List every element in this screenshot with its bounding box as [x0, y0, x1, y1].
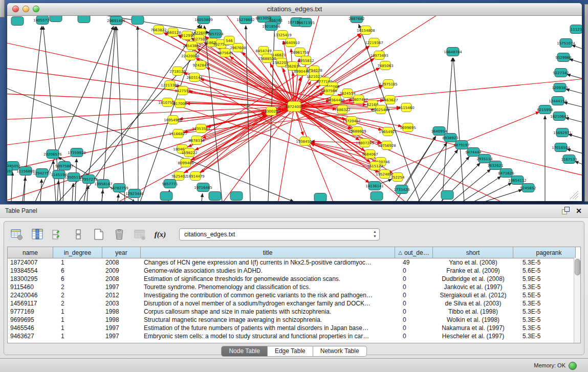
table-cell[interactable]: 9777169 — [8, 308, 53, 315]
table-row[interactable]: 911546021997Tourette syndrome. Phenomeno… — [8, 283, 580, 291]
table-cell[interactable]: 5.5E-5 — [513, 292, 576, 299]
column-checks-icon[interactable] — [51, 228, 64, 241]
table-settings-icon[interactable] — [10, 228, 24, 241]
table-row[interactable]: 946362711997Embryonic stem cells: a mode… — [8, 332, 580, 340]
table-cell[interactable]: 0 — [395, 300, 433, 307]
table-cell[interactable]: Genome-wide association studies in ADHD. — [141, 267, 395, 274]
table-cell[interactable]: 2003 — [102, 300, 141, 307]
table-cell[interactable]: 9465546 — [8, 324, 53, 332]
table-cell[interactable]: Stergiakouli et al. (2012) — [433, 292, 513, 299]
graph-node[interactable] — [314, 193, 326, 202]
table-cell[interactable]: 49 — [395, 259, 433, 266]
table-cell[interactable]: 1 — [53, 333, 102, 340]
table-cell[interactable]: 9463627 — [8, 333, 53, 340]
table-cell[interactable]: 0 — [395, 275, 433, 282]
table-cell[interactable]: 5.3E-5 — [513, 259, 576, 266]
table-row[interactable]: 977716911998Corpus callosum shape and si… — [8, 308, 580, 316]
table-cell[interactable]: 0 — [395, 324, 433, 332]
table-cell[interactable]: 2 — [53, 300, 102, 307]
table-cell[interactable]: 1998 — [102, 316, 141, 323]
table-cell[interactable]: Tourette syndrome. Phenomenology and cla… — [141, 283, 395, 291]
column-header-in-degree[interactable]: in_degree — [53, 247, 102, 258]
table-cell[interactable]: 2 — [53, 292, 102, 299]
tab-node-table[interactable]: Node Table — [221, 346, 268, 357]
table-cell[interactable]: 9699695 — [8, 316, 53, 323]
table-cell[interactable]: Dudbridge et al. (2008) — [433, 275, 513, 282]
function-builder-icon[interactable]: f(x) — [154, 228, 167, 241]
memory-status-led[interactable] — [569, 362, 577, 370]
table-cell[interactable]: 5.9E-5 — [513, 275, 576, 282]
table-row[interactable]: 946554611997Estimation of the future num… — [8, 324, 580, 332]
graph-node[interactable] — [230, 192, 243, 201]
table-cell[interactable]: Nakamura et al. (1997) — [433, 324, 513, 332]
trash-icon[interactable] — [113, 228, 126, 241]
table-cell[interactable]: 2008 — [102, 259, 141, 266]
table-cell[interactable]: Yano et al. (2008) — [433, 259, 513, 266]
new-document-icon[interactable] — [92, 228, 105, 241]
graph-node[interactable] — [371, 192, 383, 201]
table-cell[interactable]: de Silva et al. (2003) — [433, 300, 513, 307]
table-cell[interactable]: Corpus callosum shape and size in male p… — [141, 308, 395, 315]
table-cell[interactable]: 5.3E-5 — [513, 316, 576, 323]
tab-network-table[interactable]: Network Table — [313, 346, 367, 357]
table-cell[interactable]: Disruption of a novel member of a sodium… — [141, 300, 395, 307]
table-cell[interactable]: Investigating the contribution of common… — [141, 292, 395, 299]
network-graph[interactable]: 1872400776638229660128891295715226058932… — [7, 16, 582, 201]
table-row[interactable]: 2242004622012Investigating the contribut… — [8, 291, 580, 299]
table-cell[interactable]: 1 — [53, 324, 102, 332]
table-cell[interactable]: Estimation of the future numbers of pati… — [141, 324, 395, 332]
table-cell[interactable]: Changes of HCN gene expression and I(f) … — [141, 259, 395, 266]
table-cell[interactable]: 5.3E-5 — [513, 300, 576, 307]
table-cell[interactable]: 0 — [395, 316, 433, 323]
column-header-year[interactable]: year — [102, 247, 141, 258]
column-header-out-de-[interactable]: △out_de… — [395, 247, 433, 258]
table-row[interactable]: 1456911722003Disruption of a novel membe… — [8, 299, 580, 308]
table-cell[interactable]: 1997 — [102, 324, 141, 332]
graph-node[interactable] — [132, 16, 144, 25]
table-cell[interactable]: 0 — [395, 333, 433, 340]
table-cell[interactable]: Franke et al. (2009) — [433, 267, 513, 274]
table-selector-combobox[interactable]: citations_edges.txt ▲▼ — [179, 228, 380, 240]
table-scrollbar-thumb[interactable] — [575, 259, 580, 275]
graph-node[interactable] — [441, 191, 453, 200]
show-column-icon[interactable] — [31, 228, 44, 241]
table-cell[interactable]: 2009 — [102, 267, 141, 274]
column-header-short[interactable]: short — [433, 247, 513, 258]
table-cell[interactable]: 2 — [53, 283, 102, 291]
table-cell[interactable]: 18300295 — [8, 275, 53, 282]
graph-node[interactable] — [160, 192, 172, 201]
graph-node[interactable] — [11, 17, 24, 26]
network-window-titlebar[interactable]: citations_edges.txt — [7, 3, 582, 16]
table-cell[interactable]: 19384554 — [8, 267, 53, 274]
column-header-pagerank[interactable]: pagerank — [513, 247, 576, 258]
table-cell[interactable]: 18724007 — [8, 259, 53, 266]
table-cell[interactable]: 1 — [53, 259, 102, 266]
table-cell[interactable]: 5.3E-5 — [513, 308, 576, 315]
table-cell[interactable]: 0 — [395, 283, 433, 291]
table-row[interactable]: 969969511998Structural magnetic resonanc… — [8, 316, 580, 324]
window-resize-grip[interactable] — [570, 191, 578, 199]
table-scrollbar[interactable] — [574, 258, 580, 343]
table-cell[interactable]: 22420046 — [8, 292, 53, 299]
graph-node[interactable] — [78, 16, 90, 23]
close-panel-icon[interactable]: ✕ — [576, 207, 582, 214]
table-cell[interactable]: 0 — [395, 292, 433, 299]
table-cell[interactable]: 9115460 — [8, 283, 53, 291]
table-row[interactable]: 1938455462009Genome-wide association stu… — [8, 267, 580, 275]
table-cell[interactable]: 1 — [53, 316, 102, 323]
table-cell[interactable]: Estimation of significance thresholds fo… — [141, 275, 395, 282]
table-cell[interactable]: Embryonic stem cells: a model to study s… — [141, 333, 395, 340]
rows-icon[interactable] — [72, 228, 85, 241]
table-cell[interactable]: Hescheler et al. (1997) — [433, 333, 513, 340]
table-cell[interactable]: 2008 — [102, 275, 141, 282]
column-header-name[interactable]: name — [8, 247, 53, 258]
table-row[interactable]: 1872400712008Changes of HCN gene express… — [8, 258, 580, 267]
table-row[interactable]: 1830029562008Estimation of significance … — [8, 275, 580, 283]
table-cell[interactable]: 1 — [53, 308, 102, 315]
table-cell[interactable]: 0 — [395, 267, 433, 274]
table-cell[interactable]: 1998 — [102, 308, 141, 315]
tab-edge-table[interactable]: Edge Table — [268, 346, 313, 357]
table-cell[interactable]: 14569117 — [8, 300, 53, 307]
table-cell[interactable]: Tibbo et al. (1998) — [433, 308, 513, 315]
table-cell[interactable]: 1997 — [102, 333, 141, 340]
